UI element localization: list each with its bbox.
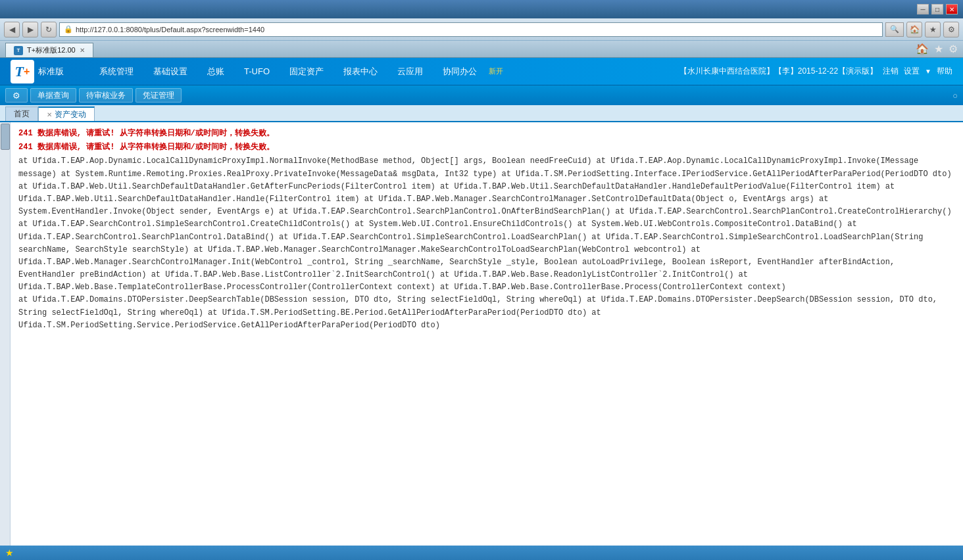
page-tab-assets[interactable]: ✕ 资产变动: [38, 106, 95, 121]
settings-gear-icon[interactable]: ⚙: [949, 43, 958, 55]
page-tab-home-label: 首页: [14, 108, 30, 120]
app-toolbar: ⚙ 单据查询 待审核业务 凭证管理 ○: [0, 85, 963, 105]
toolbar-settings-btn[interactable]: ⚙: [5, 88, 28, 103]
tab-favicon: T: [14, 46, 23, 55]
refresh-button[interactable]: ↻: [41, 22, 57, 37]
help-link[interactable]: 帮助: [937, 66, 952, 77]
page-tab-home[interactable]: 首页: [5, 106, 38, 121]
tab-close-button[interactable]: ✕: [80, 47, 85, 54]
app-logo: T + 标准版: [11, 60, 64, 83]
browser-titlebar: ─ □ ✕: [0, 0, 963, 18]
logout-link[interactable]: 注销: [883, 66, 899, 77]
minimize-button[interactable]: ─: [917, 4, 929, 14]
voucher-query-label: 单据查询: [37, 90, 69, 101]
voucher-mgmt-label: 凭证管理: [143, 90, 174, 101]
toolbar-collapse-btn[interactable]: ○: [952, 91, 958, 101]
nav-general-ledger[interactable]: 总账: [198, 63, 234, 80]
back-button[interactable]: ◀: [4, 22, 20, 37]
address-url: http://127.0.0.1:8080/tplus/Default.aspx…: [76, 26, 264, 34]
voucher-mgmt-btn[interactable]: 凭证管理: [136, 88, 182, 103]
page-tab-close-icon[interactable]: ✕: [47, 111, 52, 118]
app-header: T + 标准版 系统管理 基础设置 总账 T-UFO 固定资产 报表中心 云应用…: [0, 58, 963, 85]
logo-plus-sign: +: [24, 66, 30, 78]
status-star-icon: ★: [5, 548, 14, 558]
nav-tufo[interactable]: T-UFO: [235, 64, 279, 79]
app-nav: 系统管理 基础设置 总账 T-UFO 固定资产 报表中心 云应用 协同办公 新开: [90, 63, 679, 80]
app-header-right: 【水川长康中西结合医院】【李】2015-12-22【演示版】 注销 设置 ▼ 帮…: [679, 66, 952, 77]
page-tab-assets-label: 资产变动: [55, 109, 86, 120]
favorites-star-icon[interactable]: ★: [934, 43, 943, 55]
nav-cloud-apps[interactable]: 云应用: [388, 63, 432, 80]
left-scrollbar-area: [0, 122, 11, 546]
nav-basic-settings[interactable]: 基础设置: [144, 63, 197, 80]
address-favicon: 🔒: [64, 25, 73, 34]
browser-tabs: T T+标准版12.00 ✕ 🏠 ★ ⚙: [0, 41, 963, 58]
logo-icon: T +: [11, 60, 34, 83]
nav-collab-office[interactable]: 协同办公: [433, 63, 486, 80]
close-button[interactable]: ✕: [946, 4, 958, 14]
settings-icon: ⚙: [12, 91, 20, 101]
scrollbar-handle[interactable]: [1, 124, 10, 150]
favorites-button[interactable]: ★: [925, 22, 941, 37]
content-wrapper: 241 数据库错误, 请重试! 从字符串转换日期和/或时间时，转换失败。 241…: [0, 122, 963, 546]
voucher-query-btn[interactable]: 单据查询: [30, 88, 76, 103]
home-button[interactable]: 🏠: [906, 22, 922, 37]
forward-button[interactable]: ▶: [22, 22, 38, 37]
home-icon[interactable]: 🏠: [916, 43, 929, 55]
pending-review-label: 待审核业务: [86, 90, 126, 101]
error-line-1: 241 数据库错误, 请重试! 从字符串转换日期和/或时间时，转换失败。: [18, 128, 955, 140]
main-content-area: 241 数据库错误, 请重试! 从字符串转换日期和/或时间时，转换失败。 241…: [11, 122, 963, 546]
address-bar[interactable]: 🔒 http://127.0.0.1:8080/tplus/Default.as…: [59, 22, 883, 37]
nav-new-badge[interactable]: 新开: [489, 66, 503, 76]
header-org-info: 【水川长康中西结合医院】【李】2015-12-22【演示版】: [679, 66, 877, 77]
logo-t: T: [15, 63, 24, 80]
settings-link[interactable]: 设置: [904, 66, 920, 77]
active-tab[interactable]: T T+标准版12.00 ✕: [5, 43, 93, 57]
nav-fixed-assets[interactable]: 固定资产: [280, 63, 333, 80]
status-bar: ★: [0, 546, 963, 560]
titlebar-controls: ─ □ ✕: [917, 4, 958, 14]
address-search-button[interactable]: 🔍: [885, 22, 904, 37]
nav-system-mgmt[interactable]: 系统管理: [90, 63, 143, 80]
logo-subtitle: 标准版: [38, 66, 64, 78]
tools-button[interactable]: ⚙: [943, 22, 959, 37]
pending-review-btn[interactable]: 待审核业务: [79, 88, 133, 103]
error-line-2: 241 数据库错误, 请重试! 从字符串转换日期和/或时间时，转换失败。: [18, 141, 955, 154]
nav-report-center[interactable]: 报表中心: [334, 63, 387, 80]
browser-action-icons: 🏠 ★ ⚙: [916, 43, 958, 57]
tab-label: T+标准版12.00: [27, 45, 76, 55]
page-tabs: 首页 ✕ 资产变动: [0, 105, 963, 122]
settings-arrow-icon: ▼: [925, 68, 931, 75]
maximize-button[interactable]: □: [931, 4, 943, 14]
browser-toolbar: ◀ ▶ ↻ 🔒 http://127.0.0.1:8080/tplus/Defa…: [0, 18, 963, 41]
stack-trace: at Ufida.T.EAP.Aop.Dynamic.LocalCallDyna…: [18, 155, 955, 332]
